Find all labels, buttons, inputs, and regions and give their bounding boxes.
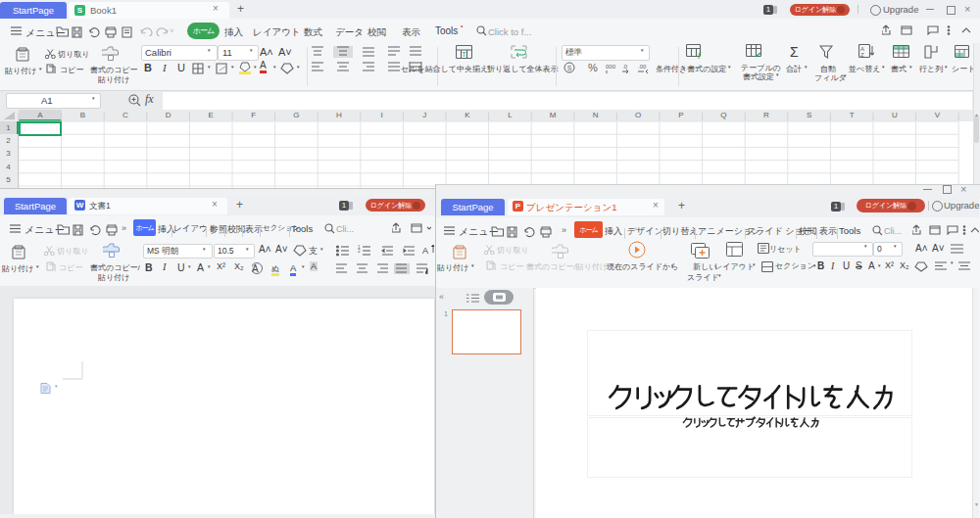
svg-text:.0: .0: [622, 64, 628, 70]
svg-text:T: T: [462, 51, 466, 58]
svg-text:000: 000: [606, 64, 616, 70]
svg-text:f: f: [698, 51, 702, 60]
svg-text:.00: .00: [638, 64, 647, 70]
svg-text:%: %: [588, 62, 598, 73]
svg-text:2: 2: [358, 249, 361, 254]
svg-text:Z: Z: [860, 52, 864, 58]
svg-text:S: S: [567, 65, 572, 71]
svg-text:A: A: [422, 246, 428, 256]
